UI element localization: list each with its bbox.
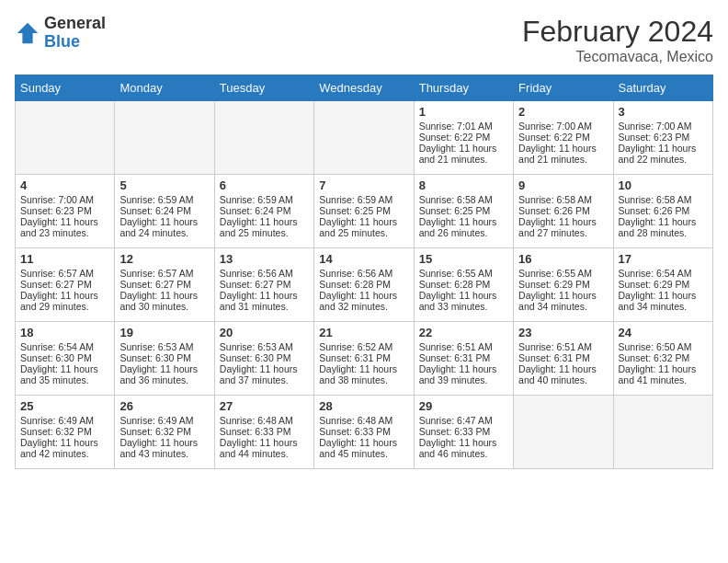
day-info: Daylight: 11 hours and 23 minutes.	[20, 216, 109, 238]
day-number: 9	[518, 178, 608, 192]
calendar-week-row: 25Sunrise: 6:49 AMSunset: 6:32 PMDayligh…	[16, 396, 713, 469]
day-info: Daylight: 11 hours and 45 minutes.	[319, 437, 408, 459]
day-info: Daylight: 11 hours and 34 minutes.	[518, 290, 608, 312]
day-number: 20	[220, 326, 309, 339]
calendar-cell: 8Sunrise: 6:58 AMSunset: 6:25 PMDaylight…	[414, 175, 513, 248]
day-info: Daylight: 11 hours and 27 minutes.	[518, 216, 608, 238]
day-info: Sunset: 6:27 PM	[119, 279, 209, 290]
day-of-week-header: Monday	[115, 75, 214, 101]
calendar-cell: 16Sunrise: 6:55 AMSunset: 6:29 PMDayligh…	[514, 248, 613, 322]
day-info: Sunrise: 6:59 AM	[319, 194, 408, 205]
day-number: 17	[619, 252, 708, 266]
day-number: 6	[220, 178, 309, 192]
day-number: 22	[419, 326, 508, 339]
day-info: Sunset: 6:28 PM	[319, 279, 408, 290]
day-info: Sunset: 6:28 PM	[419, 279, 508, 290]
calendar-header-row: SundayMondayTuesdayWednesdayThursdayFrid…	[16, 75, 713, 101]
day-info: Daylight: 11 hours and 25 minutes.	[220, 216, 309, 238]
day-info: Daylight: 11 hours and 26 minutes.	[419, 216, 508, 238]
day-of-week-header: Wednesday	[314, 75, 414, 101]
day-of-week-header: Sunday	[16, 75, 115, 101]
calendar-cell: 17Sunrise: 6:54 AMSunset: 6:29 PMDayligh…	[613, 248, 712, 322]
day-info: Sunrise: 6:50 AM	[619, 341, 708, 352]
day-number: 8	[419, 178, 508, 192]
day-number: 15	[419, 252, 508, 266]
calendar-cell: 28Sunrise: 6:48 AMSunset: 6:33 PMDayligh…	[314, 396, 414, 469]
day-info: Sunset: 6:32 PM	[119, 426, 209, 437]
day-number: 25	[20, 399, 109, 413]
day-info: Daylight: 11 hours and 21 minutes.	[518, 143, 608, 165]
day-info: Daylight: 11 hours and 34 minutes.	[619, 290, 708, 312]
day-info: Daylight: 11 hours and 44 minutes.	[220, 437, 309, 459]
day-info: Sunset: 6:23 PM	[20, 205, 109, 216]
day-info: Daylight: 11 hours and 42 minutes.	[20, 437, 109, 459]
day-info: Sunset: 6:32 PM	[20, 426, 109, 437]
day-info: Sunrise: 6:53 AM	[220, 341, 309, 352]
day-number: 26	[119, 399, 209, 413]
svg-marker-0	[17, 23, 38, 43]
calendar-cell: 15Sunrise: 6:55 AMSunset: 6:28 PMDayligh…	[414, 248, 513, 322]
day-info: Sunrise: 7:00 AM	[518, 121, 608, 132]
day-info: Daylight: 11 hours and 40 minutes.	[518, 363, 608, 385]
day-info: Sunset: 6:31 PM	[419, 352, 508, 363]
day-info: Sunrise: 6:53 AM	[119, 341, 209, 352]
day-info: Sunrise: 7:01 AM	[419, 121, 508, 132]
day-info: Sunrise: 6:58 AM	[419, 194, 508, 205]
day-number: 16	[518, 252, 608, 266]
calendar-cell: 1Sunrise: 7:01 AMSunset: 6:22 PMDaylight…	[414, 101, 513, 175]
day-info: Daylight: 11 hours and 33 minutes.	[419, 290, 508, 312]
day-info: Daylight: 11 hours and 30 minutes.	[119, 290, 209, 312]
day-info: Daylight: 11 hours and 46 minutes.	[419, 437, 508, 459]
calendar-cell: 25Sunrise: 6:49 AMSunset: 6:32 PMDayligh…	[16, 396, 115, 469]
calendar-cell: 29Sunrise: 6:47 AMSunset: 6:33 PMDayligh…	[414, 396, 513, 469]
day-info: Daylight: 11 hours and 31 minutes.	[220, 290, 309, 312]
calendar-week-row: 18Sunrise: 6:54 AMSunset: 6:30 PMDayligh…	[16, 322, 713, 396]
day-info: Sunset: 6:22 PM	[419, 132, 508, 143]
day-number: 27	[220, 399, 309, 413]
day-info: Sunrise: 6:49 AM	[20, 415, 109, 426]
day-of-week-header: Thursday	[414, 75, 513, 101]
day-info: Sunrise: 6:59 AM	[119, 194, 209, 205]
calendar-cell: 24Sunrise: 6:50 AMSunset: 6:32 PMDayligh…	[613, 322, 712, 396]
day-info: Sunrise: 7:00 AM	[619, 121, 708, 132]
day-info: Sunset: 6:25 PM	[419, 205, 508, 216]
calendar-cell	[115, 101, 214, 175]
calendar-title: February 2024	[522, 15, 713, 49]
day-info: Sunset: 6:24 PM	[119, 205, 209, 216]
day-info: Sunrise: 6:51 AM	[518, 341, 608, 352]
day-info: Sunrise: 6:54 AM	[619, 268, 708, 279]
day-number: 14	[319, 252, 408, 266]
calendar-cell	[314, 101, 414, 175]
logo-icon	[15, 20, 40, 46]
day-info: Sunset: 6:22 PM	[518, 132, 608, 143]
day-info: Sunset: 6:31 PM	[518, 352, 608, 363]
day-info: Sunset: 6:31 PM	[319, 352, 408, 363]
day-info: Daylight: 11 hours and 37 minutes.	[220, 363, 309, 385]
day-of-week-header: Saturday	[613, 75, 712, 101]
calendar-cell	[514, 396, 613, 469]
calendar-cell: 7Sunrise: 6:59 AMSunset: 6:25 PMDaylight…	[314, 175, 414, 248]
calendar-cell: 13Sunrise: 6:56 AMSunset: 6:27 PMDayligh…	[214, 248, 313, 322]
calendar-cell: 9Sunrise: 6:58 AMSunset: 6:26 PMDaylight…	[514, 175, 613, 248]
day-info: Daylight: 11 hours and 38 minutes.	[319, 363, 408, 385]
day-info: Sunset: 6:23 PM	[619, 132, 708, 143]
calendar-cell: 4Sunrise: 7:00 AMSunset: 6:23 PMDaylight…	[16, 175, 115, 248]
day-number: 24	[619, 326, 708, 339]
day-number: 3	[619, 105, 708, 119]
day-info: Sunrise: 6:52 AM	[319, 341, 408, 352]
day-info: Sunset: 6:24 PM	[220, 205, 309, 216]
calendar-cell: 5Sunrise: 6:59 AMSunset: 6:24 PMDaylight…	[115, 175, 214, 248]
day-number: 2	[518, 105, 608, 119]
logo-text: GeneralBlue	[44, 15, 106, 52]
calendar-cell: 14Sunrise: 6:56 AMSunset: 6:28 PMDayligh…	[314, 248, 414, 322]
day-info: Sunrise: 6:59 AM	[220, 194, 309, 205]
day-info: Sunrise: 6:55 AM	[419, 268, 508, 279]
day-of-week-header: Tuesday	[214, 75, 313, 101]
day-info: Sunset: 6:27 PM	[20, 279, 109, 290]
calendar-cell: 23Sunrise: 6:51 AMSunset: 6:31 PMDayligh…	[514, 322, 613, 396]
calendar-cell: 20Sunrise: 6:53 AMSunset: 6:30 PMDayligh…	[214, 322, 313, 396]
calendar-week-row: 1Sunrise: 7:01 AMSunset: 6:22 PMDaylight…	[16, 101, 713, 175]
day-info: Sunset: 6:30 PM	[20, 352, 109, 363]
day-number: 5	[119, 178, 209, 192]
day-info: Sunrise: 6:58 AM	[619, 194, 708, 205]
